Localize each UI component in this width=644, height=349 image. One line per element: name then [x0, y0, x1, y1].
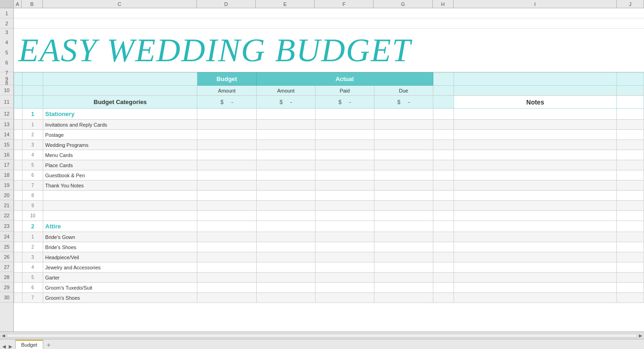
item-name[interactable]: Invitations and Reply Cards	[43, 120, 197, 130]
item-paid[interactable]	[315, 252, 374, 262]
item-due[interactable]	[374, 150, 433, 160]
item-amount[interactable]	[256, 242, 315, 252]
item-due[interactable]	[374, 191, 433, 201]
item-notes[interactable]	[454, 160, 617, 170]
item-name[interactable]: Headpiece/Veil	[43, 252, 197, 262]
col-header-f[interactable]: F	[315, 0, 374, 8]
item-budget[interactable]	[197, 283, 256, 293]
item-notes[interactable]	[454, 150, 617, 160]
col-header-h[interactable]: H	[433, 0, 454, 8]
item-notes[interactable]	[454, 180, 617, 191]
col-header-i[interactable]: I	[454, 0, 617, 8]
item-due[interactable]	[374, 273, 433, 283]
col-header-b[interactable]: B	[22, 0, 42, 8]
item-amount[interactable]	[256, 232, 315, 242]
tab-scroll-left[interactable]: ◀	[2, 344, 6, 349]
item-due[interactable]	[374, 140, 433, 150]
item-paid[interactable]	[315, 191, 374, 201]
item-budget[interactable]	[197, 170, 256, 180]
scroll-right-arrow[interactable]: ▶	[639, 333, 642, 338]
item-paid[interactable]	[315, 150, 374, 160]
item-due[interactable]	[374, 170, 433, 180]
item-amount[interactable]	[256, 262, 315, 273]
item-name[interactable]: Groom's Tuxedo/Suit	[43, 283, 197, 293]
item-name[interactable]	[43, 201, 197, 211]
item-amount[interactable]	[256, 140, 315, 150]
item-budget[interactable]	[197, 150, 256, 160]
item-name[interactable]: Thank You Notes	[43, 180, 197, 191]
item-paid[interactable]	[315, 242, 374, 252]
item-amount[interactable]	[256, 273, 315, 283]
item-name[interactable]: Wedding Programs	[43, 140, 197, 150]
item-notes[interactable]	[454, 170, 617, 180]
item-name[interactable]	[43, 211, 197, 221]
item-notes[interactable]	[454, 242, 617, 252]
item-notes[interactable]	[454, 252, 617, 262]
item-budget[interactable]	[197, 232, 256, 242]
item-notes[interactable]	[454, 120, 617, 130]
item-paid[interactable]	[315, 180, 374, 191]
item-notes[interactable]	[454, 293, 617, 303]
item-budget[interactable]	[197, 211, 256, 221]
item-notes[interactable]	[454, 201, 617, 211]
item-amount[interactable]	[256, 120, 315, 130]
item-budget[interactable]	[197, 160, 256, 170]
item-budget[interactable]	[197, 180, 256, 191]
item-budget[interactable]	[197, 293, 256, 303]
item-due[interactable]	[374, 211, 433, 221]
tab-scroll-right[interactable]: ▶	[9, 344, 12, 349]
horizontal-scrollbar[interactable]: ◀ ▶	[0, 332, 644, 339]
item-notes[interactable]	[454, 273, 617, 283]
item-due[interactable]	[374, 120, 433, 130]
item-amount[interactable]	[256, 170, 315, 180]
item-notes[interactable]	[454, 232, 617, 242]
item-notes[interactable]	[454, 283, 617, 293]
item-budget[interactable]	[197, 191, 256, 201]
item-amount[interactable]	[256, 201, 315, 211]
item-due[interactable]	[374, 130, 433, 140]
item-name[interactable]: Bride's Shoes	[43, 242, 197, 252]
item-name[interactable]: Postage	[43, 130, 197, 140]
item-paid[interactable]	[315, 211, 374, 221]
item-budget[interactable]	[197, 262, 256, 273]
item-budget[interactable]	[197, 140, 256, 150]
tab-budget[interactable]: Budget	[15, 340, 43, 349]
item-name[interactable]: Garter	[43, 273, 197, 283]
item-name[interactable]: Jewelry and Accessories	[43, 262, 197, 273]
item-name[interactable]: Menu Cards	[43, 150, 197, 160]
item-amount[interactable]	[256, 160, 315, 170]
item-amount[interactable]	[256, 211, 315, 221]
item-notes[interactable]	[454, 191, 617, 201]
item-budget[interactable]	[197, 120, 256, 130]
col-header-j[interactable]: J	[617, 0, 644, 8]
scroll-left-arrow[interactable]: ◀	[2, 333, 5, 338]
item-notes[interactable]	[454, 211, 617, 221]
col-header-c[interactable]: C	[43, 0, 197, 8]
item-budget[interactable]	[197, 130, 256, 140]
item-due[interactable]	[374, 160, 433, 170]
item-due[interactable]	[374, 262, 433, 273]
item-notes[interactable]	[454, 140, 617, 150]
item-due[interactable]	[374, 242, 433, 252]
item-paid[interactable]	[315, 170, 374, 180]
item-name[interactable]: Groom's Shoes	[43, 293, 197, 303]
item-amount[interactable]	[256, 191, 315, 201]
item-name[interactable]: Guestbook & Pen	[43, 170, 197, 180]
item-budget[interactable]	[197, 252, 256, 262]
col-header-a[interactable]: A	[14, 0, 22, 8]
item-paid[interactable]	[315, 201, 374, 211]
item-due[interactable]	[374, 180, 433, 191]
col-header-d[interactable]: D	[197, 0, 256, 8]
col-header-e[interactable]: E	[256, 0, 315, 8]
item-amount[interactable]	[256, 283, 315, 293]
item-amount[interactable]	[256, 293, 315, 303]
item-budget[interactable]	[197, 201, 256, 211]
scroll-track[interactable]	[7, 334, 637, 337]
item-due[interactable]	[374, 283, 433, 293]
item-paid[interactable]	[315, 140, 374, 150]
item-paid[interactable]	[315, 283, 374, 293]
item-amount[interactable]	[256, 130, 315, 140]
item-amount[interactable]	[256, 150, 315, 160]
item-paid[interactable]	[315, 160, 374, 170]
item-notes[interactable]	[454, 262, 617, 273]
